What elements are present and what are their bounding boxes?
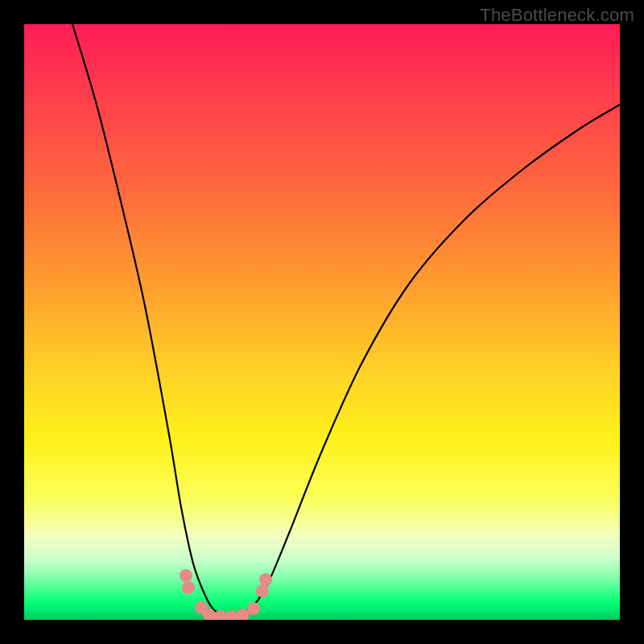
watermark-text: TheBottleneck.com [480, 5, 634, 26]
curve-marker [259, 573, 272, 586]
curve-marker [256, 584, 269, 597]
chart-svg [24, 24, 620, 620]
curve-marker [182, 581, 195, 594]
curve-marker [180, 569, 192, 582]
chart-frame [24, 24, 620, 620]
curve-marker [225, 610, 238, 620]
bottleneck-curve-path [72, 24, 620, 616]
curve-marker [247, 602, 260, 615]
marker-group [180, 569, 272, 620]
